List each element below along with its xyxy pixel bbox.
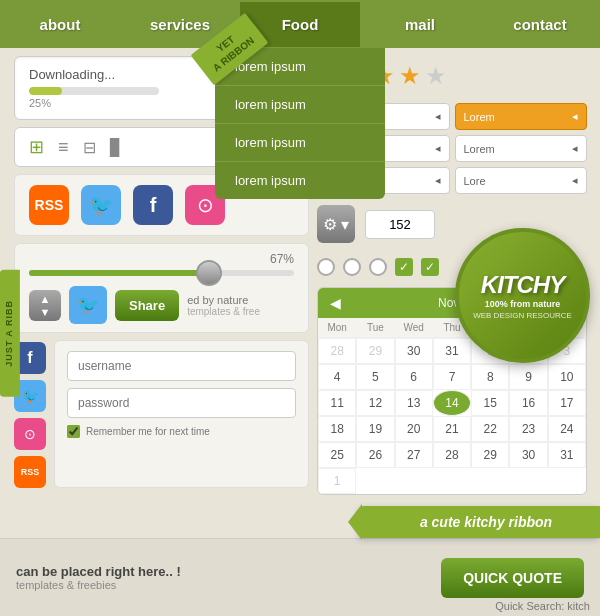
cal-day[interactable]: 9 (509, 364, 547, 390)
nav-item-contact[interactable]: contact (480, 2, 600, 47)
cal-day[interactable]: 22 (471, 416, 509, 442)
ribbon-just: JUST A RIBB (0, 270, 20, 397)
radio-3[interactable] (369, 258, 387, 276)
cal-day[interactable]: 12 (356, 390, 394, 416)
kitchy-title: KITCHY (481, 271, 564, 299)
scroll-control: ▲ ▼ (29, 290, 61, 321)
download-percent: 25% (29, 97, 246, 109)
remember-label: Remember me for next time (86, 426, 210, 437)
progress-bar-fill (29, 87, 62, 95)
number-input[interactable] (365, 210, 435, 239)
twitter-icon[interactable]: 🐦 (81, 185, 121, 225)
cal-day[interactable]: 11 (318, 390, 356, 416)
day-label-tue: Tue (356, 318, 394, 338)
cal-day[interactable]: 8 (471, 364, 509, 390)
ribbon-bottom: a cute kitchy ribbon (360, 506, 600, 538)
checkbox-check[interactable]: ✓ (395, 258, 413, 276)
remember-row: Remember me for next time (67, 425, 296, 438)
star-4[interactable]: ★ (399, 62, 421, 90)
cal-day[interactable]: 17 (548, 390, 586, 416)
checkbox-check-2[interactable]: ✓ (421, 258, 439, 276)
cal-day[interactable]: 16 (509, 390, 547, 416)
cal-day[interactable]: 20 (395, 416, 433, 442)
bottom-highlight: can be placed right here.. ! (16, 564, 425, 579)
cal-day[interactable]: 29 (356, 338, 394, 364)
bottom-sub: templates & freebies (16, 579, 425, 591)
slider-track[interactable] (29, 270, 294, 276)
remember-checkbox[interactable] (67, 425, 80, 438)
dribbble-small-icon[interactable]: ⊙ (14, 418, 46, 450)
day-label-mon: Mon (318, 318, 356, 338)
quick-quote-button[interactable]: QUICK QUOTE (441, 558, 584, 598)
username-field[interactable] (67, 351, 296, 381)
view-list-button[interactable]: ≡ (58, 137, 69, 158)
star-5[interactable]: ★ (425, 62, 447, 90)
cal-day[interactable]: 19 (356, 416, 394, 442)
nav-dropdown: lorem ipsum lorem ipsum lorem ipsum lore… (215, 48, 385, 199)
gear-button[interactable]: ⚙ ▾ (317, 205, 355, 243)
cal-day[interactable]: 26 (356, 442, 394, 468)
nav-item-mail[interactable]: mail (360, 2, 480, 47)
select-1-active[interactable]: Lorem◂ (455, 103, 588, 130)
slider-fill (29, 270, 207, 276)
kitchy-badge: KITCHY 100% from nature WEB DESIGN RESOU… (455, 228, 590, 363)
share-button[interactable]: Share (115, 290, 179, 321)
cal-day[interactable]: 10 (548, 364, 586, 390)
cal-day[interactable]: 24 (548, 416, 586, 442)
radio-1[interactable] (317, 258, 335, 276)
password-field[interactable] (67, 388, 296, 418)
rss-small-icon[interactable]: RSS (14, 456, 46, 488)
scroll-down-button[interactable]: ▼ (40, 306, 51, 318)
cal-day[interactable]: 25 (318, 442, 356, 468)
ribbon-bottom-text: a cute kitchy ribbon (420, 514, 552, 530)
progress-bar-bg (29, 87, 159, 95)
cal-day[interactable]: 18 (318, 416, 356, 442)
cal-day[interactable]: 30 (395, 338, 433, 364)
view-block-button[interactable]: ▊ (110, 138, 122, 157)
share-subtext: templates & free (187, 306, 294, 317)
view-grid-button[interactable]: ⊞ (29, 136, 44, 158)
cal-day[interactable]: 13 (395, 390, 433, 416)
cal-day[interactable]: 7 (433, 364, 471, 390)
dropdown-item-2[interactable]: lorem ipsum (215, 124, 385, 162)
cal-day[interactable]: 6 (395, 364, 433, 390)
radio-2[interactable] (343, 258, 361, 276)
cal-day[interactable]: 28 (318, 338, 356, 364)
select-5[interactable]: Lore◂ (455, 167, 588, 194)
facebook-icon[interactable]: f (133, 185, 173, 225)
cal-day-today[interactable]: 14 (433, 390, 471, 416)
quick-search-label: Quick Search: kitch (495, 600, 590, 612)
nav-bar: about services Food mail contact (0, 0, 600, 48)
cal-day[interactable]: 4 (318, 364, 356, 390)
kitchy-sub: 100% from nature (485, 299, 561, 311)
kitchy-sub2: WEB DESIGN RESOURCE (473, 311, 572, 320)
cal-day[interactable]: 23 (509, 416, 547, 442)
slider-thumb[interactable] (196, 260, 222, 286)
cal-day[interactable]: 27 (395, 442, 433, 468)
scroll-up-button[interactable]: ▲ (40, 293, 51, 305)
calendar-prev[interactable]: ◀ (330, 295, 341, 311)
nav-item-about[interactable]: about (0, 2, 120, 47)
slider-percent: 67% (270, 252, 294, 266)
cal-day[interactable]: 29 (471, 442, 509, 468)
twitter-share-icon[interactable]: 🐦 (69, 286, 107, 324)
dropdown-item-1[interactable]: lorem ipsum (215, 86, 385, 124)
cal-day[interactable]: 15 (471, 390, 509, 416)
cal-day[interactable]: 1 (318, 468, 356, 494)
dropdown-item-3[interactable]: lorem ipsum (215, 162, 385, 199)
cal-day[interactable]: 21 (433, 416, 471, 442)
login-form: Remember me for next time (54, 340, 309, 488)
cal-day[interactable]: 28 (433, 442, 471, 468)
cal-day[interactable]: 31 (433, 338, 471, 364)
cal-day[interactable]: 30 (509, 442, 547, 468)
cal-day[interactable]: 31 (548, 442, 586, 468)
cal-day[interactable]: 5 (356, 364, 394, 390)
share-text: ed by nature (187, 294, 294, 306)
rss-icon[interactable]: RSS (29, 185, 69, 225)
slider-area: 67% ▲ ▼ 🐦 Share ed by nature templates &… (14, 243, 309, 333)
select-3[interactable]: Lorem◂ (455, 135, 588, 162)
day-label-wed: Wed (395, 318, 433, 338)
view-columns-button[interactable]: ⊟ (83, 138, 96, 157)
